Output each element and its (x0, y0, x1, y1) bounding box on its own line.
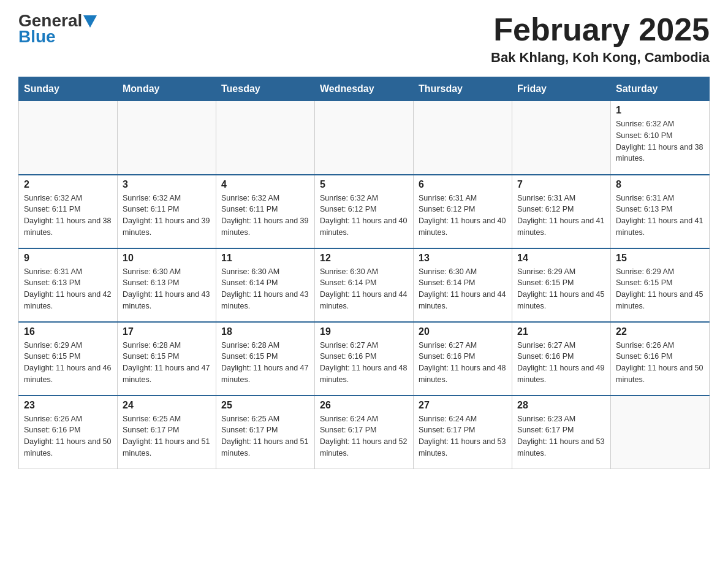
day-number: 24 (123, 400, 211, 411)
day-number: 28 (517, 400, 605, 411)
day-of-week-header: Tuesday (216, 77, 315, 101)
calendar-day-cell (512, 101, 611, 175)
day-number: 14 (517, 253, 605, 264)
day-number: 9 (24, 253, 112, 264)
calendar-title: February 2025 (491, 12, 710, 47)
day-info: Sunrise: 6:30 AMSunset: 6:14 PMDaylight:… (320, 266, 408, 312)
day-number: 22 (616, 326, 704, 337)
day-info: Sunrise: 6:26 AMSunset: 6:16 PMDaylight:… (616, 340, 704, 386)
day-number: 13 (419, 253, 507, 264)
day-number: 2 (24, 179, 112, 190)
day-info: Sunrise: 6:25 AMSunset: 6:17 PMDaylight:… (221, 413, 309, 459)
day-number: 19 (320, 326, 408, 337)
logo: General Blue (18, 12, 97, 47)
title-area: February 2025 Bak Khlang, Koh Kong, Camb… (491, 12, 710, 66)
page-header: General Blue February 2025 Bak Khlang, K… (18, 12, 710, 66)
day-number: 6 (419, 179, 507, 190)
calendar-subtitle: Bak Khlang, Koh Kong, Cambodia (491, 50, 710, 66)
day-number: 7 (517, 179, 605, 190)
calendar-week-row: 16Sunrise: 6:29 AMSunset: 6:15 PMDayligh… (19, 322, 710, 396)
calendar-day-cell: 24Sunrise: 6:25 AMSunset: 6:17 PMDayligh… (118, 396, 216, 469)
day-number: 8 (616, 179, 704, 190)
calendar-day-cell (19, 101, 118, 175)
day-of-week-header: Friday (512, 77, 611, 101)
calendar-day-cell: 16Sunrise: 6:29 AMSunset: 6:15 PMDayligh… (19, 322, 118, 396)
calendar-day-cell: 4Sunrise: 6:32 AMSunset: 6:11 PMDaylight… (216, 175, 315, 248)
calendar-day-cell: 8Sunrise: 6:31 AMSunset: 6:13 PMDaylight… (611, 175, 710, 248)
day-number: 21 (517, 326, 605, 337)
calendar-day-cell: 5Sunrise: 6:32 AMSunset: 6:12 PMDaylight… (315, 175, 414, 248)
calendar-day-cell: 11Sunrise: 6:30 AMSunset: 6:14 PMDayligh… (216, 248, 315, 322)
calendar-day-cell: 19Sunrise: 6:27 AMSunset: 6:16 PMDayligh… (315, 322, 414, 396)
day-of-week-header: Saturday (611, 77, 710, 101)
logo-blue: Blue (18, 27, 56, 47)
day-info: Sunrise: 6:32 AMSunset: 6:10 PMDaylight:… (616, 118, 704, 164)
day-number: 11 (221, 253, 309, 264)
day-info: Sunrise: 6:27 AMSunset: 6:16 PMDaylight:… (320, 340, 408, 386)
day-number: 1 (616, 105, 704, 116)
day-number: 18 (221, 326, 309, 337)
calendar-day-cell: 25Sunrise: 6:25 AMSunset: 6:17 PMDayligh… (216, 396, 315, 469)
day-number: 15 (616, 253, 704, 264)
calendar-day-cell: 3Sunrise: 6:32 AMSunset: 6:11 PMDaylight… (118, 175, 216, 248)
day-number: 20 (419, 326, 507, 337)
calendar-day-cell: 22Sunrise: 6:26 AMSunset: 6:16 PMDayligh… (611, 322, 710, 396)
day-info: Sunrise: 6:27 AMSunset: 6:16 PMDaylight:… (419, 340, 507, 386)
day-of-week-header: Thursday (414, 77, 512, 101)
calendar-day-cell: 28Sunrise: 6:23 AMSunset: 6:17 PMDayligh… (512, 396, 611, 469)
calendar-day-cell: 27Sunrise: 6:24 AMSunset: 6:17 PMDayligh… (414, 396, 512, 469)
calendar-day-cell: 26Sunrise: 6:24 AMSunset: 6:17 PMDayligh… (315, 396, 414, 469)
day-number: 16 (24, 326, 112, 337)
day-info: Sunrise: 6:28 AMSunset: 6:15 PMDaylight:… (221, 340, 309, 386)
day-number: 12 (320, 253, 408, 264)
calendar-day-cell: 9Sunrise: 6:31 AMSunset: 6:13 PMDaylight… (19, 248, 118, 322)
calendar-day-cell: 6Sunrise: 6:31 AMSunset: 6:12 PMDaylight… (414, 175, 512, 248)
calendar-day-cell: 21Sunrise: 6:27 AMSunset: 6:16 PMDayligh… (512, 322, 611, 396)
day-number: 10 (123, 253, 211, 264)
day-info: Sunrise: 6:31 AMSunset: 6:12 PMDaylight:… (419, 193, 507, 239)
calendar-week-row: 1Sunrise: 6:32 AMSunset: 6:10 PMDaylight… (19, 101, 710, 175)
calendar-day-cell (414, 101, 512, 175)
calendar-week-row: 2Sunrise: 6:32 AMSunset: 6:11 PMDaylight… (19, 175, 710, 248)
calendar-day-cell: 15Sunrise: 6:29 AMSunset: 6:15 PMDayligh… (611, 248, 710, 322)
calendar-week-row: 23Sunrise: 6:26 AMSunset: 6:16 PMDayligh… (19, 396, 710, 469)
day-info: Sunrise: 6:32 AMSunset: 6:11 PMDaylight:… (221, 193, 309, 239)
day-info: Sunrise: 6:29 AMSunset: 6:15 PMDaylight:… (616, 266, 704, 312)
day-of-week-header: Wednesday (315, 77, 414, 101)
calendar-day-cell: 20Sunrise: 6:27 AMSunset: 6:16 PMDayligh… (414, 322, 512, 396)
calendar-day-cell: 23Sunrise: 6:26 AMSunset: 6:16 PMDayligh… (19, 396, 118, 469)
day-number: 23 (24, 400, 112, 411)
day-info: Sunrise: 6:32 AMSunset: 6:11 PMDaylight:… (123, 193, 211, 239)
day-info: Sunrise: 6:29 AMSunset: 6:15 PMDaylight:… (517, 266, 605, 312)
calendar-day-cell: 18Sunrise: 6:28 AMSunset: 6:15 PMDayligh… (216, 322, 315, 396)
calendar-day-cell: 7Sunrise: 6:31 AMSunset: 6:12 PMDaylight… (512, 175, 611, 248)
calendar-day-cell: 14Sunrise: 6:29 AMSunset: 6:15 PMDayligh… (512, 248, 611, 322)
day-info: Sunrise: 6:23 AMSunset: 6:17 PMDaylight:… (517, 413, 605, 459)
calendar-day-cell (216, 101, 315, 175)
calendar-day-cell: 10Sunrise: 6:30 AMSunset: 6:13 PMDayligh… (118, 248, 216, 322)
calendar-day-cell (315, 101, 414, 175)
calendar-header-row: SundayMondayTuesdayWednesdayThursdayFrid… (19, 77, 710, 101)
day-number: 4 (221, 179, 309, 190)
calendar-day-cell (118, 101, 216, 175)
day-info: Sunrise: 6:30 AMSunset: 6:14 PMDaylight:… (419, 266, 507, 312)
day-of-week-header: Sunday (19, 77, 118, 101)
day-info: Sunrise: 6:27 AMSunset: 6:16 PMDaylight:… (517, 340, 605, 386)
day-info: Sunrise: 6:32 AMSunset: 6:11 PMDaylight:… (24, 193, 112, 239)
logo-triangle-icon (83, 15, 97, 28)
day-number: 25 (221, 400, 309, 411)
svg-marker-0 (83, 15, 97, 28)
calendar-day-cell: 12Sunrise: 6:30 AMSunset: 6:14 PMDayligh… (315, 248, 414, 322)
calendar-table: SundayMondayTuesdayWednesdayThursdayFrid… (18, 77, 710, 469)
day-info: Sunrise: 6:24 AMSunset: 6:17 PMDaylight:… (320, 413, 408, 459)
calendar-week-row: 9Sunrise: 6:31 AMSunset: 6:13 PMDaylight… (19, 248, 710, 322)
day-info: Sunrise: 6:28 AMSunset: 6:15 PMDaylight:… (123, 340, 211, 386)
day-info: Sunrise: 6:30 AMSunset: 6:14 PMDaylight:… (221, 266, 309, 312)
day-number: 3 (123, 179, 211, 190)
day-info: Sunrise: 6:32 AMSunset: 6:12 PMDaylight:… (320, 193, 408, 239)
day-info: Sunrise: 6:24 AMSunset: 6:17 PMDaylight:… (419, 413, 507, 459)
day-info: Sunrise: 6:31 AMSunset: 6:13 PMDaylight:… (616, 193, 704, 239)
day-of-week-header: Monday (118, 77, 216, 101)
calendar-day-cell: 1Sunrise: 6:32 AMSunset: 6:10 PMDaylight… (611, 101, 710, 175)
calendar-day-cell: 13Sunrise: 6:30 AMSunset: 6:14 PMDayligh… (414, 248, 512, 322)
